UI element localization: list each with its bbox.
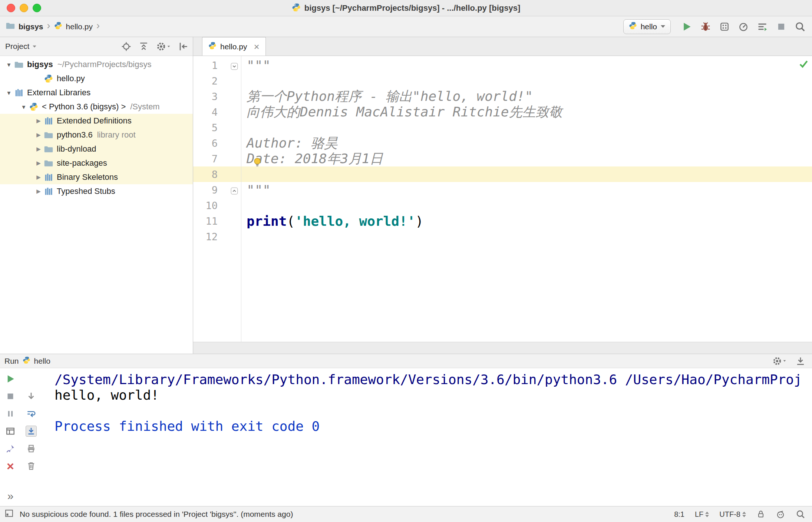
hide-run-panel-button[interactable] (796, 356, 805, 366)
line-number[interactable]: 3 (193, 91, 219, 102)
caret-position-widget[interactable]: 8:1 (674, 510, 684, 519)
close-run-button[interactable]: × (5, 460, 16, 472)
toolwindow-toggle-icon[interactable] (4, 509, 14, 520)
code-text[interactable]: 向伟大的Dennis MacAlistair Ritchie先生致敬 (241, 103, 562, 121)
close-tab-icon[interactable]: × (254, 42, 259, 52)
scroll-to-end-button[interactable] (26, 426, 37, 437)
line-number[interactable]: 4 (193, 106, 219, 118)
run-settings-gear-button[interactable] (772, 356, 787, 366)
code-line-4[interactable]: 4向伟大的Dennis MacAlistair Ritchie先生致敬 (193, 104, 812, 120)
tree-item-bigsys[interactable]: ▼bigsys~/PycharmProjects/bigsys (0, 57, 193, 72)
clear-all-button[interactable] (26, 460, 37, 472)
fold-marker-icon[interactable] (231, 58, 238, 73)
tree-expand-arrow-icon[interactable]: ▼ (4, 90, 14, 96)
console-output[interactable]: /System/Library/Frameworks/Python.framew… (46, 368, 812, 506)
tree-item-lib-dynload[interactable]: ▶lib-dynload (0, 142, 193, 156)
print-button[interactable] (26, 443, 37, 454)
structure-lines-button[interactable] (756, 21, 768, 33)
inspection-ok-icon[interactable] (799, 59, 808, 70)
code-text[interactable]: """ (241, 182, 271, 198)
line-number[interactable]: 12 (193, 231, 219, 242)
tree-item-python-3-6-bigsys[interactable]: ▼< Python 3.6 (bigsys) >/System (0, 100, 193, 114)
restore-layout-button[interactable] (5, 426, 16, 437)
code-line-9[interactable]: 9""" (193, 182, 812, 198)
stop-button[interactable] (5, 391, 16, 402)
code-line-2[interactable]: 2 (193, 73, 812, 89)
line-number[interactable]: 2 (193, 75, 219, 87)
intention-bulb-icon[interactable] (252, 157, 263, 169)
code-line-8[interactable]: 8 (193, 166, 812, 182)
code-text[interactable]: print('hello, world!') (241, 214, 423, 229)
zoom-window-button[interactable] (33, 4, 41, 12)
tree-expand-arrow-icon[interactable]: ▼ (19, 104, 29, 110)
stop-button[interactable] (775, 21, 787, 33)
search-everywhere-button[interactable] (794, 21, 806, 33)
tree-expand-arrow-icon[interactable]: ▶ (33, 174, 44, 181)
console-line: Process finished with exit code 0 (55, 419, 812, 434)
tree-item-typeshed-stubs[interactable]: ▶Typeshed Stubs (0, 184, 193, 198)
line-number[interactable]: 8 (193, 169, 219, 180)
tree-item-binary-skeletons[interactable]: ▶Binary Skeletons (0, 170, 193, 184)
locate-file-button[interactable] (121, 42, 131, 52)
settings-gear-button[interactable] (156, 42, 171, 52)
fold-marker-icon[interactable] (231, 182, 238, 198)
pin-tab-button[interactable] (5, 443, 16, 454)
line-number[interactable]: 6 (193, 138, 219, 149)
hector-inspector-icon[interactable] (776, 509, 785, 519)
tree-item-site-packages[interactable]: ▶site-packages (0, 156, 193, 170)
rerun-button[interactable] (5, 373, 16, 384)
tree-expand-arrow-icon[interactable]: ▶ (33, 118, 44, 124)
collapse-all-button[interactable] (139, 42, 149, 52)
code-line-7[interactable]: 7Date: 2018年3月1日 (193, 151, 812, 166)
line-number[interactable]: 9 (193, 184, 219, 196)
line-number[interactable]: 5 (193, 122, 219, 133)
code-line-12[interactable]: 12 (193, 229, 812, 244)
tree-item-extended-definitions[interactable]: ▶Extended Definitions (0, 114, 193, 128)
tree-expand-arrow-icon[interactable]: ▼ (4, 62, 14, 68)
debug-button[interactable] (700, 21, 712, 33)
folder-icon (14, 60, 24, 69)
line-number[interactable]: 1 (193, 60, 219, 71)
code-line-5[interactable]: 5 (193, 120, 812, 135)
coverage-button[interactable] (719, 21, 730, 33)
tree-expand-arrow-icon[interactable]: ▶ (33, 160, 44, 166)
tree-item-hello-py[interactable]: hello.py (0, 72, 193, 86)
run-panel-title[interactable]: Run (4, 357, 19, 366)
code-line-3[interactable]: 3第一个Python程序 - 输出"hello, world!" (193, 89, 812, 104)
run-configuration-select[interactable]: hello (623, 19, 671, 34)
editor-code[interactable]: 1"""23第一个Python程序 - 输出"hello, world!"4向伟… (193, 56, 812, 244)
editor-tab-bar: hello.py × (193, 37, 812, 56)
soft-wrap-button[interactable] (26, 408, 37, 419)
code-line-11[interactable]: 11print('hello, world!') (193, 213, 812, 229)
tree-expand-arrow-icon[interactable]: ▶ (33, 188, 44, 195)
profiler-button[interactable] (737, 21, 749, 33)
code-line-1[interactable]: 1""" (193, 57, 812, 73)
pause-output-button[interactable] (5, 408, 16, 419)
search-icon[interactable] (796, 509, 805, 519)
project-panel-title[interactable]: Project (5, 42, 29, 51)
down-stacktrace-button[interactable] (26, 391, 37, 402)
line-number[interactable]: 10 (193, 200, 219, 211)
line-number[interactable]: 11 (193, 215, 219, 227)
code-line-6[interactable]: 6Author: 骆昊 (193, 135, 812, 151)
minimize-window-button[interactable] (20, 4, 28, 12)
line-separator-widget[interactable]: LF (695, 510, 709, 519)
tree-expand-arrow-icon[interactable]: ▶ (33, 146, 44, 152)
encoding-widget[interactable]: UTF-8 (719, 510, 746, 519)
write-lock-icon[interactable] (756, 510, 765, 519)
tree-item-python3-6[interactable]: ▶python3.6library root (0, 128, 193, 142)
more-actions-button[interactable]: » (5, 490, 16, 502)
tree-item-external-libraries[interactable]: ▼External Libraries (0, 86, 193, 100)
editor[interactable]: 1"""23第一个Python程序 - 输出"hello, world!"4向伟… (193, 56, 812, 342)
breadcrumb-file[interactable]: hello.py (66, 22, 93, 31)
hide-panel-button[interactable] (178, 42, 188, 52)
editor-tab-hello-py[interactable]: hello.py × (202, 37, 266, 56)
line-number[interactable]: 7 (193, 153, 219, 165)
run-button[interactable] (681, 21, 693, 33)
breadcrumb-project[interactable]: bigsys (19, 22, 43, 31)
code-line-10[interactable]: 10 (193, 198, 812, 213)
code-text[interactable]: """ (241, 58, 271, 73)
close-window-button[interactable] (7, 4, 15, 12)
tree-expand-arrow-icon[interactable]: ▶ (33, 132, 44, 138)
chevron-down-icon[interactable] (33, 45, 37, 47)
